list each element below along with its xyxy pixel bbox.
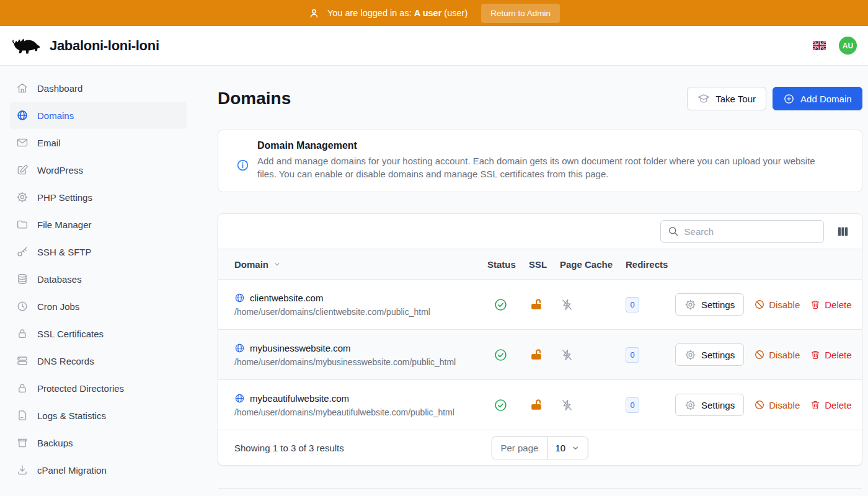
trash-icon: [810, 299, 821, 310]
mail-icon: [16, 136, 29, 149]
sidebar: Dashboard Domains Email WordPress PHP Se…: [0, 66, 197, 496]
search-icon: [667, 225, 680, 237]
column-header-domain[interactable]: Domain: [218, 259, 487, 270]
sidebar-item-logs-statistics[interactable]: Logs & Statistics: [10, 402, 187, 429]
user-avatar[interactable]: AU: [839, 37, 857, 55]
info-box-title: Domain Management: [257, 140, 815, 151]
sidebar-item-domains[interactable]: Domains: [10, 102, 187, 129]
redirects-count-badge: 0: [626, 347, 639, 363]
add-domain-button[interactable]: Add Domain: [773, 87, 862, 110]
database-icon: [16, 273, 29, 285]
columns-toggle-button[interactable]: [835, 223, 851, 240]
boar-logo-icon: [10, 35, 41, 56]
sidebar-item-cpanel-migration[interactable]: cPanel Migration: [10, 456, 187, 484]
chevron-down-icon: [571, 443, 580, 453]
status-enabled-icon: [487, 298, 529, 312]
sidebar-item-label: File Manager: [37, 219, 92, 230]
settings-button[interactable]: Settings: [675, 343, 744, 366]
sidebar-item-wordpress[interactable]: WordPress: [10, 156, 187, 184]
content-bottom-divider: [218, 488, 862, 489]
gear-icon: [684, 399, 696, 411]
sidebar-item-label: cPanel Migration: [37, 465, 107, 476]
key-icon: [16, 246, 29, 258]
domain-name: mybeautifulwebsite.com: [250, 393, 349, 404]
sidebar-item-backups[interactable]: Backups: [10, 429, 187, 456]
disable-button[interactable]: Disable: [754, 399, 800, 410]
search-input[interactable]: [660, 220, 824, 243]
per-page-select[interactable]: Per page 10: [492, 436, 589, 459]
home-icon: [16, 82, 29, 94]
gear-icon: [16, 191, 29, 203]
settings-button[interactable]: Settings: [675, 293, 744, 316]
sidebar-item-label: Protected Directories: [37, 383, 124, 394]
column-header-status: Status: [487, 259, 529, 270]
gear-icon: [684, 349, 696, 361]
delete-button[interactable]: Delete: [810, 299, 851, 310]
prohibition-icon: [754, 299, 765, 310]
sidebar-item-label: Backups: [37, 438, 73, 448]
sidebar-item-cron-jobs[interactable]: Cron Jobs: [10, 293, 187, 320]
domain-path: /home/user/domains/mybeautifulwebsite.co…: [234, 407, 454, 417]
return-to-admin-button[interactable]: Return to Admin: [481, 4, 560, 23]
take-tour-button[interactable]: Take Tour: [687, 87, 766, 110]
domain-name: mybusinesswebsite.com: [250, 343, 351, 353]
table-footer: Showing 1 to 3 of 3 results Per page 10: [218, 430, 862, 465]
globe-icon: [234, 293, 245, 303]
document-icon: [16, 409, 29, 422]
clock-icon: [16, 300, 29, 312]
sidebar-item-protected-directories[interactable]: Protected Directories: [10, 374, 187, 402]
page-title: Domains: [218, 89, 291, 108]
trash-icon: [810, 349, 821, 360]
ssl-unlocked-icon[interactable]: [529, 348, 560, 362]
page-cache-off-icon[interactable]: [560, 398, 626, 412]
page-cache-off-icon[interactable]: [560, 298, 626, 312]
lock-icon: [16, 327, 29, 340]
per-page-label: Per page: [492, 437, 548, 459]
ssl-unlocked-icon[interactable]: [529, 398, 560, 412]
server-icon: [16, 355, 29, 367]
delete-button[interactable]: Delete: [810, 349, 851, 360]
globe-icon: [234, 343, 245, 353]
table-row: mybeautifulwebsite.com /home/user/domain…: [218, 380, 862, 430]
table-row: clientwebsite.com /home/user/domains/cli…: [218, 280, 862, 330]
sidebar-item-ssl-certificates[interactable]: SSL Certificates: [10, 320, 187, 347]
settings-button[interactable]: Settings: [675, 394, 744, 416]
page-cache-off-icon[interactable]: [560, 348, 626, 362]
delete-button[interactable]: Delete: [810, 399, 851, 410]
sidebar-item-label: SSH & SFTP: [37, 247, 92, 257]
domains-table: Domain Status SSL Page Cache Redirects c…: [218, 213, 862, 466]
sidebar-item-file-manager[interactable]: File Manager: [10, 211, 187, 238]
sidebar-item-php-settings[interactable]: PHP Settings: [10, 184, 187, 211]
language-flag-icon[interactable]: [813, 41, 826, 50]
app-header: Jabaloni-loni-loni AU: [0, 26, 868, 66]
sidebar-item-email[interactable]: Email: [10, 129, 187, 156]
prohibition-icon: [754, 399, 765, 410]
sidebar-item-label: Dashboard: [37, 83, 82, 94]
disable-button[interactable]: Disable: [754, 349, 800, 360]
sidebar-item-dashboard[interactable]: Dashboard: [10, 74, 187, 102]
banner-message: You are logged in as: A user (user): [327, 8, 467, 18]
globe-icon: [16, 109, 29, 122]
download-icon: [16, 464, 29, 476]
lock-icon: [16, 382, 29, 394]
sidebar-item-label: DNS Records: [37, 356, 94, 366]
column-header-ssl: SSL: [529, 259, 560, 270]
sidebar-item-dns-records[interactable]: DNS Records: [10, 347, 187, 374]
sidebar-item-label: Cron Jobs: [37, 301, 79, 312]
edit-icon: [16, 164, 29, 176]
plus-circle-icon: [783, 93, 795, 105]
table-header-row: Domain Status SSL Page Cache Redirects: [218, 249, 862, 280]
ssl-unlocked-icon[interactable]: [529, 298, 560, 312]
sidebar-item-databases[interactable]: Databases: [10, 265, 187, 293]
sidebar-item-label: Logs & Statistics: [37, 410, 106, 421]
impersonation-banner: You are logged in as: A user (user) Retu…: [0, 0, 868, 26]
gear-icon: [684, 299, 696, 311]
sidebar-item-label: Databases: [37, 274, 82, 285]
info-icon: [236, 159, 249, 180]
disable-button[interactable]: Disable: [754, 299, 800, 310]
sidebar-item-label: SSL Certificates: [37, 329, 104, 339]
graduation-cap-icon: [698, 92, 710, 105]
domain-path: /home/user/domains/mybusinesswebsite.com…: [234, 357, 456, 367]
info-box-description: Add and manage domains for your hosting …: [257, 155, 815, 180]
sidebar-item-ssh-sftp[interactable]: SSH & SFTP: [10, 238, 187, 265]
